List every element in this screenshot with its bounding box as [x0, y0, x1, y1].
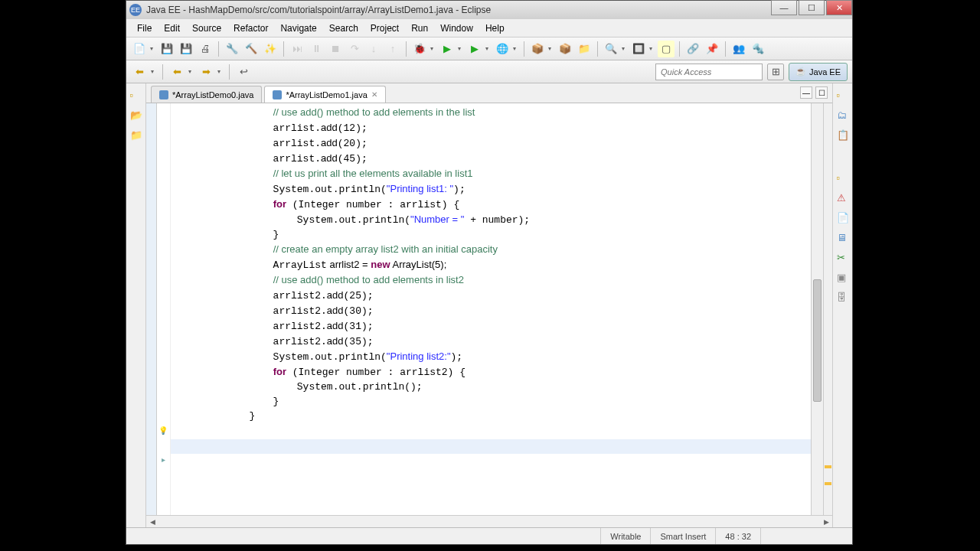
- code-line[interactable]: }: [201, 394, 811, 409]
- prev-icon[interactable]: ⬅: [168, 64, 185, 80]
- close-tab-icon[interactable]: ✕: [371, 90, 377, 99]
- navigator-icon[interactable]: 📁: [130, 129, 142, 142]
- perspective-javaee-button[interactable]: ☕ Java EE: [789, 63, 848, 81]
- outline-icon[interactable]: 🗂: [837, 109, 849, 122]
- print-icon[interactable]: 🖨: [197, 41, 214, 57]
- dropdown-icon[interactable]: ▾: [485, 45, 492, 52]
- dropdown-icon[interactable]: ▾: [548, 45, 554, 52]
- toggle-icon[interactable]: 🔲: [630, 41, 647, 57]
- editor-tab[interactable]: *ArrayListDemo0.java: [151, 86, 262, 103]
- highlight-icon[interactable]: ▢: [658, 41, 675, 57]
- menu-navigate[interactable]: Navigate: [274, 21, 322, 36]
- run-icon[interactable]: ▶: [439, 41, 456, 57]
- code-line[interactable]: }: [201, 409, 811, 423]
- scroll-left-icon[interactable]: ◀: [146, 517, 158, 527]
- menu-search[interactable]: Search: [323, 21, 364, 36]
- minimize-view-icon[interactable]: —: [800, 86, 812, 99]
- scroll-right-icon[interactable]: ▶: [820, 517, 832, 527]
- code-line[interactable]: ArrayList arrlist2 = new ArrayList(5);: [201, 257, 811, 272]
- folding-ruler[interactable]: [146, 103, 157, 515]
- dropdown-icon[interactable]: ▾: [513, 45, 519, 52]
- code-line[interactable]: System.out.println();: [201, 380, 811, 394]
- code-line[interactable]: }: [201, 227, 811, 242]
- restore-view-icon[interactable]: ▫: [837, 172, 849, 184]
- package-icon[interactable]: 📦: [557, 41, 573, 57]
- menu-source[interactable]: Source: [186, 21, 227, 36]
- link-icon[interactable]: 🔗: [684, 41, 701, 57]
- properties-icon[interactable]: 📄: [837, 212, 849, 224]
- debug-icon[interactable]: 🐞: [411, 41, 428, 57]
- runserver-icon[interactable]: 🌐: [494, 41, 511, 57]
- overview-mark[interactable]: [825, 482, 831, 485]
- next-icon[interactable]: ➡: [198, 64, 214, 80]
- debug-stepin-icon[interactable]: ↓: [365, 41, 382, 57]
- overview-ruler[interactable]: [823, 103, 832, 515]
- menu-file[interactable]: File: [131, 21, 158, 36]
- dropdown-icon[interactable]: ▾: [217, 68, 224, 75]
- maximize-button[interactable]: ☐: [799, 0, 825, 15]
- debug-stepover-icon[interactable]: ↷: [346, 41, 363, 57]
- dropdown-icon[interactable]: ▾: [622, 45, 628, 52]
- open-perspective-icon[interactable]: ⊞: [767, 64, 784, 80]
- code-line[interactable]: System.out.println("Number = " + number)…: [201, 212, 811, 227]
- code-line[interactable]: for (Integer number : arrlist) {: [201, 197, 811, 212]
- vertical-scrollbar[interactable]: [811, 103, 823, 515]
- back-icon[interactable]: ⬅: [131, 64, 148, 80]
- menu-window[interactable]: Window: [434, 21, 479, 36]
- code-line[interactable]: arrlist2.add(25);: [201, 288, 811, 303]
- marker-column[interactable]: 💡▸: [157, 103, 171, 515]
- wand-icon[interactable]: 🔧: [224, 41, 240, 57]
- code-line[interactable]: arrlist2.add(35);: [201, 334, 811, 349]
- saveall-icon[interactable]: 💾: [178, 41, 194, 57]
- debug-stop-icon[interactable]: ⏹: [327, 41, 344, 57]
- horizontal-scrollbar[interactable]: ◀ ▶: [146, 515, 832, 527]
- code-line[interactable]: arrlist.add(20);: [201, 135, 811, 151]
- code-line[interactable]: for (Integer number : arrlist2) {: [201, 364, 811, 380]
- gutter-marker-icon[interactable]: ▸: [158, 454, 168, 465]
- snippets-icon[interactable]: ✂: [837, 252, 849, 264]
- debug-stepout-icon[interactable]: ↑: [384, 41, 401, 57]
- code-line[interactable]: // let us print all the elements availab…: [201, 166, 811, 181]
- code-area[interactable]: // use add() method to add elements in t…: [171, 103, 811, 515]
- dropdown-icon[interactable]: ▾: [649, 45, 655, 52]
- code-line[interactable]: System.out.println("Printing list1: ");: [201, 181, 811, 197]
- maximize-view-icon[interactable]: ☐: [815, 86, 828, 99]
- pin-icon[interactable]: 📌: [704, 41, 720, 57]
- dropdown-icon[interactable]: ▾: [150, 45, 156, 52]
- scroll-thumb[interactable]: [813, 279, 822, 402]
- titlebar[interactable]: EE Java EE - HashMapDemo/src/com/tutoria…: [126, 1, 852, 19]
- menu-help[interactable]: Help: [479, 21, 511, 36]
- code-line[interactable]: // create an empty array list2 with an i…: [201, 242, 811, 257]
- code-line[interactable]: arrlist2.add(30);: [201, 303, 811, 318]
- new-icon[interactable]: 📄: [131, 41, 148, 57]
- console-icon[interactable]: ▣: [837, 272, 849, 284]
- folder-icon[interactable]: 📁: [576, 41, 593, 57]
- code-line[interactable]: arrlist.add(12);: [201, 120, 811, 135]
- minimize-button[interactable]: —: [771, 0, 797, 15]
- dropdown-icon[interactable]: ▾: [458, 45, 464, 52]
- package-explorer-icon[interactable]: 📂: [130, 109, 142, 122]
- quick-access-input[interactable]: [655, 64, 763, 80]
- code-line[interactable]: arrlist2.add(31);: [201, 318, 811, 334]
- save-icon[interactable]: 💾: [158, 41, 175, 57]
- build-icon[interactable]: 🔨: [243, 41, 260, 57]
- overview-mark[interactable]: [825, 465, 831, 468]
- editor-tab[interactable]: *ArrayListDemo1.java✕: [264, 86, 385, 103]
- menu-edit[interactable]: Edit: [158, 21, 186, 36]
- gutter-marker-icon[interactable]: 💡: [158, 425, 168, 435]
- runext-icon[interactable]: ▶: [466, 41, 483, 57]
- debug-pause-icon[interactable]: ⏸: [308, 41, 325, 57]
- code-line[interactable]: System.out.println("Printing list2:");: [201, 349, 811, 364]
- search-icon[interactable]: 🔍: [603, 41, 619, 57]
- last-edit-icon[interactable]: ↩: [235, 64, 252, 80]
- code-line[interactable]: // use add() method to add elements in l…: [201, 272, 811, 288]
- dropdown-icon[interactable]: ▾: [430, 45, 436, 52]
- newserver-icon[interactable]: 📦: [529, 41, 546, 57]
- menu-project[interactable]: Project: [364, 21, 405, 36]
- star-icon[interactable]: ✨: [262, 41, 279, 57]
- misc-icon[interactable]: 🔩: [750, 41, 766, 57]
- debug-skip-icon[interactable]: ⏭: [289, 41, 305, 57]
- restore-view-icon[interactable]: ▫: [837, 90, 849, 102]
- code-line[interactable]: arrlist.add(45);: [201, 151, 811, 166]
- restore-view-icon[interactable]: ▫: [130, 90, 142, 102]
